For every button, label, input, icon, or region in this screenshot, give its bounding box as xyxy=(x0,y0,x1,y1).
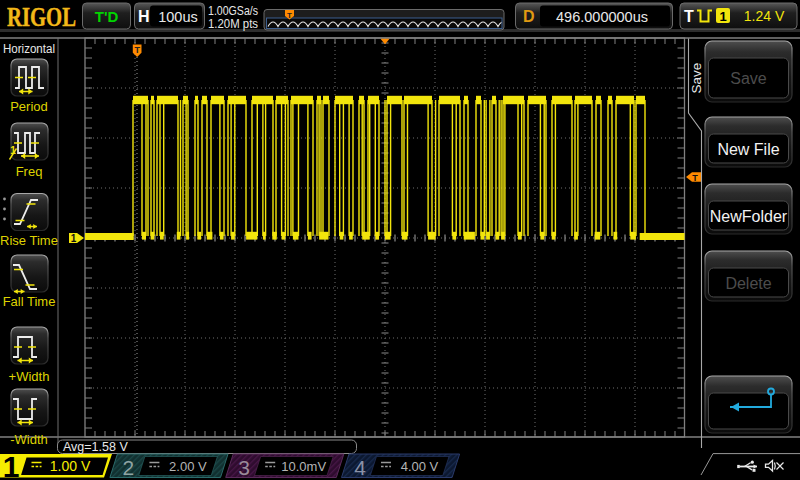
svg-text:1: 1 xyxy=(719,9,726,24)
svg-text:Horizontal: Horizontal xyxy=(3,42,55,56)
svg-text:-Width: -Width xyxy=(10,432,48,447)
svg-text:+Width: +Width xyxy=(9,369,50,384)
svg-text:New File: New File xyxy=(717,141,779,158)
svg-text:10.0mV: 10.0mV xyxy=(281,459,326,474)
svg-text:H: H xyxy=(138,8,150,25)
svg-text:Save: Save xyxy=(689,63,704,94)
svg-text:2.00 V: 2.00 V xyxy=(169,459,207,474)
svg-text:RIGOL: RIGOL xyxy=(7,2,76,32)
svg-text:T: T xyxy=(692,173,698,183)
svg-text:NewFolder: NewFolder xyxy=(710,208,788,225)
svg-text:Delete: Delete xyxy=(725,275,771,292)
svg-text:T: T xyxy=(134,45,140,55)
svg-text:4: 4 xyxy=(354,456,366,479)
svg-text:1.24 V: 1.24 V xyxy=(744,8,785,24)
svg-text:1.00 V: 1.00 V xyxy=(50,458,91,474)
svg-text:496.000000us: 496.000000us xyxy=(556,9,648,25)
svg-text:Save: Save xyxy=(730,70,767,87)
svg-text:T'D: T'D xyxy=(95,8,119,25)
svg-text:Period: Period xyxy=(10,99,48,114)
svg-text:T: T xyxy=(684,8,694,25)
svg-text:100us: 100us xyxy=(158,9,198,25)
svg-text:T: T xyxy=(287,11,292,20)
svg-text:1.20M pts: 1.20M pts xyxy=(208,17,258,31)
svg-text:Fall Time: Fall Time xyxy=(3,294,56,309)
svg-text:Freq: Freq xyxy=(16,164,43,179)
svg-text:2: 2 xyxy=(123,456,135,479)
svg-text:Rise Time: Rise Time xyxy=(0,233,58,248)
svg-text:D: D xyxy=(523,8,535,25)
svg-text:1.00GSa/s: 1.00GSa/s xyxy=(208,4,258,18)
svg-text:4.00 V: 4.00 V xyxy=(401,459,439,474)
svg-text:1: 1 xyxy=(3,450,20,480)
svg-text:3: 3 xyxy=(238,456,250,479)
svg-text:Avg=1.58 V: Avg=1.58 V xyxy=(63,440,128,454)
svg-text:1: 1 xyxy=(71,233,77,244)
